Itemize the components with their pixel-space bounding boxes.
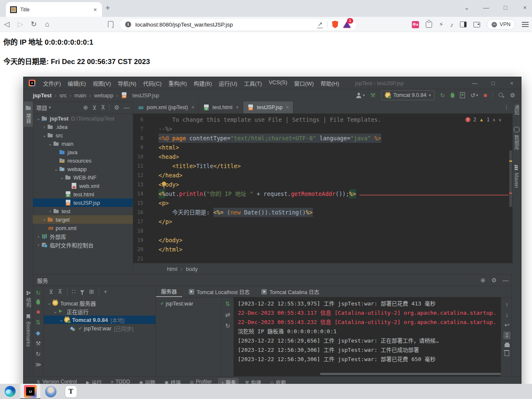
tab-close-icon[interactable]: × <box>191 104 194 110</box>
project-tree-row[interactable]: ›.idea <box>33 123 133 131</box>
forward-icon[interactable]: ▷ <box>13 20 27 29</box>
tree-chevron-icon[interactable]: › <box>41 124 47 129</box>
run-with-coverage-icon[interactable] <box>460 92 465 98</box>
locate-icon[interactable]: ⊕ <box>83 104 88 111</box>
project-tree-row[interactable]: ›外部库 <box>33 232 133 241</box>
project-tree-row[interactable]: resources <box>33 156 133 165</box>
prev-problem-icon[interactable]: ∧ <box>492 118 495 122</box>
debug-server-icon[interactable] <box>36 300 40 305</box>
add-service-icon[interactable]: + <box>104 288 107 295</box>
speedreader-icon[interactable]: ⚡ <box>439 21 443 28</box>
project-panel-title[interactable]: 项目 <box>36 104 47 112</box>
debug-icon[interactable] <box>451 93 454 98</box>
scroll-to-end-icon[interactable]: ↧ <box>503 332 511 339</box>
address-bar[interactable]: i localhost:8080/jspTest_war/testJSP.jsp… <box>120 19 356 30</box>
project-tree-row[interactable]: ›target <box>33 215 133 224</box>
maximize-button[interactable]: □ <box>502 4 509 11</box>
error-stripe-mark[interactable] <box>509 193 512 194</box>
build-hammer-icon[interactable]: ⚒ <box>370 92 376 99</box>
wallet-icon[interactable] <box>473 22 480 27</box>
project-tree-row[interactable]: web.xml <box>33 182 133 190</box>
tree-chevron-icon[interactable]: › <box>35 242 41 247</box>
print-icon[interactable] <box>505 344 510 347</box>
extensions-icon[interactable] <box>426 21 432 28</box>
menu-item[interactable]: VCS(S) <box>265 79 290 87</box>
services-title[interactable]: 服务 <box>37 276 48 284</box>
minimize-button[interactable]: — <box>482 4 490 11</box>
group-by-icon[interactable]: ∷ <box>72 288 76 295</box>
project-tree-row[interactable]: ›test <box>33 207 133 215</box>
menu-item[interactable]: 窗口(W) <box>291 79 317 87</box>
services-tab[interactable]: 服务器 <box>156 286 182 297</box>
sidebar-icon[interactable] <box>460 21 467 27</box>
structure-stripe-button[interactable]: 结构 <box>24 288 33 311</box>
menu-item[interactable]: 视图(V) <box>89 79 114 87</box>
expand-all-icon[interactable]: ⊻ <box>92 104 97 111</box>
collapse-all-icon[interactable]: ⊼ <box>101 104 105 111</box>
clear-icon[interactable] <box>505 351 509 356</box>
hide-icon[interactable]: — <box>124 104 129 111</box>
menu-item[interactable]: 重构(R) <box>165 79 190 87</box>
brave-rewards-icon[interactable]: 1 <box>343 21 351 28</box>
site-info-icon[interactable]: i <box>125 21 131 27</box>
tab-close-icon[interactable]: × <box>93 6 98 13</box>
breadcrumb-item[interactable]: body <box>186 266 198 272</box>
tab-close-icon[interactable]: × <box>286 104 289 110</box>
scroll-down-icon[interactable]: ↓ <box>505 311 508 318</box>
scrollbar-thumb[interactable] <box>509 150 512 207</box>
media-icon[interactable]: ♪ <box>450 21 454 28</box>
taskbar-typora-button[interactable]: T <box>61 384 81 399</box>
project-tree-row[interactable]: test.html <box>33 190 133 198</box>
filter-icon[interactable] <box>80 290 84 293</box>
maven-stripe-button[interactable]: m Maven <box>512 161 521 191</box>
collapse-all-icon[interactable]: ⊼ <box>58 288 62 295</box>
notifications-stripe-button[interactable]: 通知 <box>512 102 521 118</box>
inspections-widget[interactable]: ! 2 ▲ 1 ∧ ∨ <box>465 117 502 123</box>
menu-item[interactable]: 导航(N) <box>114 79 140 87</box>
warning-stripe-mark[interactable] <box>509 161 512 162</box>
server-console[interactable]: [2023-12-22 12:55:33,975] 工件 jspTest:war… <box>234 297 501 376</box>
project-tree-row[interactable]: java <box>33 148 133 156</box>
stop-server-icon[interactable]: ■ <box>36 308 40 315</box>
search-everywhere-icon[interactable] <box>498 92 504 98</box>
browser-tab[interactable]: Title × <box>6 2 102 17</box>
project-tree-row[interactable]: ⌄main <box>33 139 133 148</box>
project-tree-row[interactable]: ⌄webapp <box>33 165 133 173</box>
services-tree-row[interactable]: ⌄Tomcat 服务器 <box>44 299 156 307</box>
settings-gear-icon[interactable]: ⚙ <box>510 92 515 99</box>
tree-chevron-icon[interactable]: ⌄ <box>53 166 59 172</box>
project-tree-row[interactable]: testJSP.jsp <box>33 198 133 207</box>
project-tree-row[interactable]: ⌄src <box>33 131 133 139</box>
share-icon[interactable]: ↗ <box>317 21 323 28</box>
connect-icon[interactable]: ◆ <box>36 329 40 336</box>
vpn-button[interactable]: − VPN <box>487 19 515 30</box>
editor-scrollbar[interactable] <box>508 113 513 263</box>
refresh-icon[interactable]: ↻ <box>36 351 41 357</box>
tree-chevron-icon[interactable]: ⌄ <box>52 309 58 314</box>
user-button[interactable]: ▾ <box>356 93 365 98</box>
translate-icon[interactable]: 中A <box>412 21 419 28</box>
tab-search-icon[interactable]: ⌄ <box>463 4 470 11</box>
horizontal-scrollbar[interactable] <box>320 373 501 375</box>
refresh-icon[interactable]: ↻ <box>225 322 230 329</box>
rerun-server-icon[interactable]: ↻ <box>36 289 41 296</box>
services-tree-row[interactable]: ⌄正在运行 <box>44 307 156 316</box>
project-tree-row[interactable]: ⌄WEB-INF <box>33 173 133 182</box>
new-tab-button[interactable]: + <box>105 3 110 13</box>
deployment-item[interactable]: ✔ jspTest:war <box>156 297 221 307</box>
locate-icon[interactable]: ⊕ <box>481 277 486 284</box>
reload-icon[interactable]: ↻ <box>27 20 40 29</box>
menu-item[interactable]: 运行(U) <box>215 79 241 87</box>
deploy-icon[interactable]: ⇅ <box>36 319 41 326</box>
expand-all-icon[interactable]: ⊻ <box>49 288 53 295</box>
editor-tab[interactable]: testJSP.jsp× <box>243 102 293 113</box>
swap-icon[interactable]: ⇄ <box>225 311 230 318</box>
breadcrumb-item[interactable]: src <box>59 92 67 99</box>
ide-minimize-button[interactable]: — <box>465 80 484 86</box>
bookmarks-stripe-button[interactable]: Bookmarks <box>24 311 33 350</box>
project-stripe-button[interactable]: 项目 <box>24 102 33 127</box>
menu-item[interactable]: 编辑(E) <box>64 79 89 87</box>
more-icon[interactable]: ≫ <box>35 361 41 368</box>
scroll-up-icon[interactable]: ↑ <box>505 301 508 308</box>
services-tab[interactable]: Tomcat Localhost 日志 <box>184 286 255 297</box>
